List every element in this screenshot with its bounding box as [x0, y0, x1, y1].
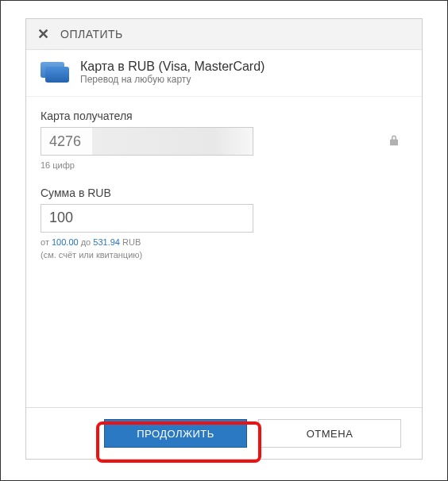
amount-min: 100.00	[52, 237, 79, 247]
amount-hint: от 100.00 до 531.94 RUB (см. счёт или кв…	[41, 236, 407, 262]
amount-hint-suffix: RUB	[120, 237, 141, 247]
recipient-card-hint: 16 цифр	[41, 159, 407, 172]
lock-icon	[382, 135, 406, 148]
continue-button[interactable]: ПРОДОЛЖИТЬ	[104, 419, 247, 448]
dialog-title: ОПЛАТИТЬ	[60, 28, 123, 40]
card-icon	[41, 62, 69, 83]
amount-hint-prefix: от	[41, 237, 52, 247]
payment-method-row: Карта в RUB (Visa, MasterCard) Перевод н…	[26, 50, 422, 97]
recipient-card-input	[41, 127, 253, 156]
payment-dialog: ✕ ОПЛАТИТЬ Карта в RUB (Visa, MasterCard…	[25, 18, 423, 460]
amount-hint-line2: (см. счёт или квитанцию)	[41, 250, 142, 260]
dialog-footer: ПРОДОЛЖИТЬ ОТМЕНА	[26, 407, 422, 459]
cancel-button[interactable]: ОТМЕНА	[258, 419, 401, 448]
dialog-header: ✕ ОПЛАТИТЬ	[26, 19, 422, 50]
recipient-card-label: Карта получателя	[41, 110, 407, 122]
amount-label: Сумма в RUB	[41, 187, 407, 199]
payment-method-subtitle: Перевод на любую карту	[80, 74, 265, 85]
payment-method-title: Карта в RUB (Visa, MasterCard)	[80, 60, 265, 74]
close-icon[interactable]: ✕	[37, 27, 49, 41]
payment-form: Карта получателя 16 цифр Сумма в RUB от …	[26, 97, 422, 407]
amount-input-wrap	[41, 204, 407, 233]
payment-method-text: Карта в RUB (Visa, MasterCard) Перевод н…	[80, 60, 265, 85]
recipient-card-input-wrap	[41, 127, 407, 156]
amount-max: 531.94	[93, 237, 120, 247]
amount-input[interactable]	[41, 204, 253, 233]
amount-hint-mid: до	[79, 237, 94, 247]
